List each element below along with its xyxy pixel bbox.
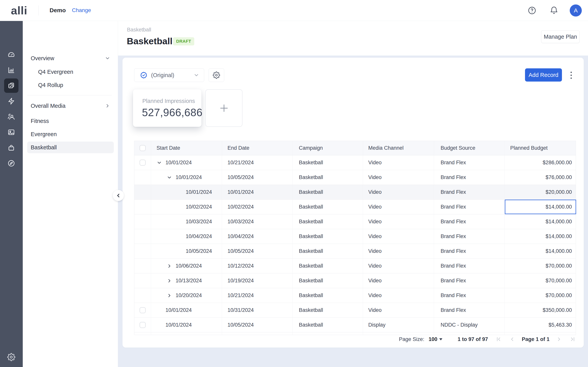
activation-zap-icon[interactable]	[4, 94, 18, 108]
previous-page-icon[interactable]	[509, 336, 515, 342]
last-page-icon[interactable]	[570, 336, 576, 342]
cell-media-channel[interactable]: Video	[363, 288, 434, 303]
cell-planned-budget[interactable]: $70,000.00	[505, 273, 576, 288]
cell-start-date[interactable]: 10/13/2024	[151, 273, 222, 288]
cell-start-date[interactable]: 10/01/2024	[151, 303, 222, 317]
sidebar-item-q4-evergreen[interactable]: Q4 Evergreen	[27, 66, 114, 78]
next-page-icon[interactable]	[556, 336, 562, 342]
column-header-end-date[interactable]: End Date	[222, 141, 293, 155]
cell-budget-source[interactable]: Brand Flex	[434, 273, 505, 288]
cell-media-channel[interactable]: Video	[363, 259, 434, 273]
cell-media-channel[interactable]: Video	[363, 214, 434, 229]
cell-budget-source[interactable]: Brand Flex	[434, 288, 505, 303]
cell-budget-source[interactable]: Brand Flex	[434, 185, 505, 200]
cell-campaign[interactable]: Basketball	[293, 155, 363, 170]
change-workspace-link[interactable]: Change	[72, 7, 91, 13]
collapse-group-icon[interactable]	[167, 175, 176, 180]
cell-planned-budget[interactable]: $14,000.00	[505, 200, 576, 214]
cell-budget-source[interactable]: Brand Flex	[434, 229, 505, 244]
cell-end-date[interactable]: 10/05/2024	[222, 244, 293, 259]
cell-media-channel[interactable]: Video	[363, 229, 434, 244]
cell-campaign[interactable]: Basketball	[293, 259, 363, 273]
cell-campaign[interactable]: Basketball	[293, 288, 363, 303]
cell-planned-budget[interactable]: $20,000.00	[505, 185, 576, 200]
page-size-dropdown[interactable]: 100	[429, 336, 442, 342]
cell-budget-source[interactable]: Brand Flex	[434, 170, 505, 185]
cell-media-channel[interactable]: Video	[363, 273, 434, 288]
cell-end-date[interactable]: 10/31/2024	[222, 303, 293, 317]
sidebar-item-overview[interactable]: Overview	[27, 52, 114, 64]
sidebar-item-basketball[interactable]: Basketball	[27, 142, 114, 153]
cell-start-date[interactable]: 10/01/2024	[151, 185, 222, 200]
cell-budget-source[interactable]: Brand Flex	[434, 200, 505, 214]
cell-end-date[interactable]: 10/05/2024	[222, 170, 293, 185]
cell-planned-budget[interactable]: $76,000.00	[505, 170, 576, 185]
cell-campaign[interactable]: Basketball	[293, 229, 363, 244]
column-header-campaign[interactable]: Campaign	[293, 141, 363, 155]
cell-budget-source[interactable]: Brand Flex	[434, 155, 505, 170]
first-page-icon[interactable]	[496, 336, 502, 342]
sidebar-item-fitness[interactable]: Fitness	[27, 115, 114, 127]
cell-planned-budget[interactable]: $5,463.30	[505, 318, 576, 332]
expand-group-icon[interactable]	[167, 263, 176, 269]
sidebar-item-overall-media[interactable]: Overall Media	[27, 100, 114, 112]
marketplace-bag-icon[interactable]	[4, 141, 18, 155]
cell-start-date[interactable]: 10/02/2024	[151, 200, 222, 214]
cell-budget-source[interactable]: Brand Flex	[434, 303, 505, 317]
cell-media-channel[interactable]: Video	[363, 155, 434, 170]
cell-planned-budget[interactable]: $14,000.00	[505, 229, 576, 244]
cell-campaign[interactable]: Basketball	[293, 244, 363, 259]
cell-campaign[interactable]: Basketball	[293, 170, 363, 185]
select-all-checkbox[interactable]	[140, 145, 146, 151]
cell-start-date[interactable]: 10/03/2024	[151, 214, 222, 229]
cell-campaign[interactable]: Basketball	[293, 273, 363, 288]
cell-campaign[interactable]: Basketball	[293, 318, 363, 332]
cell-start-date[interactable]: 10/05/2024	[151, 244, 222, 259]
collapse-sidebar-button[interactable]	[113, 190, 124, 201]
cell-media-channel[interactable]: Video	[363, 170, 434, 185]
add-metric-card[interactable]	[205, 89, 242, 127]
cell-planned-budget[interactable]: $286,000.00	[505, 155, 576, 170]
cell-campaign[interactable]: Basketball	[293, 214, 363, 229]
collapse-group-icon[interactable]	[156, 160, 165, 166]
explore-compass-icon[interactable]	[4, 156, 18, 170]
user-avatar[interactable]: A	[570, 4, 582, 17]
cell-budget-source[interactable]: Brand Flex	[434, 259, 505, 273]
cell-planned-budget[interactable]: $70,000.00	[505, 288, 576, 303]
cell-end-date[interactable]: 10/05/2024	[222, 318, 293, 332]
cell-campaign[interactable]: Basketball	[293, 303, 363, 317]
sidebar-item-evergreen[interactable]: Evergreen	[27, 128, 114, 140]
cell-end-date[interactable]: 10/19/2024	[222, 273, 293, 288]
cell-end-date[interactable]: 10/02/2024	[222, 200, 293, 214]
cell-budget-source[interactable]: Brand Flex	[434, 214, 505, 229]
sidebar-item-q4-rollup[interactable]: Q4 Rollup	[27, 79, 114, 91]
column-header-planned-budget[interactable]: Planned Budget	[505, 141, 576, 155]
add-record-button[interactable]: Add Record	[525, 68, 562, 82]
cell-planned-budget[interactable]: $14,000.00	[505, 214, 576, 229]
cell-end-date[interactable]: 10/03/2024	[222, 214, 293, 229]
column-header-media-channel[interactable]: Media Channel	[363, 141, 434, 155]
row-checkbox[interactable]	[140, 160, 146, 166]
cell-campaign[interactable]: Basketball	[293, 185, 363, 200]
version-selector[interactable]: (Original)	[134, 68, 204, 82]
cell-planned-budget[interactable]: $350,000.00	[505, 303, 576, 317]
planned-impressions-card[interactable]: Planned Impressions 527,966,686	[133, 89, 201, 127]
column-header-start-date[interactable]: Start Date	[151, 141, 222, 155]
cell-end-date[interactable]: 10/12/2024	[222, 259, 293, 273]
cell-planned-budget[interactable]: $14,000.00	[505, 244, 576, 259]
grid-settings-gear-button[interactable]	[209, 68, 224, 82]
cell-end-date[interactable]: 10/01/2024	[222, 185, 293, 200]
cell-start-date[interactable]: 10/06/2024	[151, 259, 222, 273]
cell-campaign[interactable]: Basketball	[293, 200, 363, 214]
cell-media-channel[interactable]: Video	[363, 200, 434, 214]
cell-start-date[interactable]: 10/04/2024	[151, 229, 222, 244]
expand-group-icon[interactable]	[167, 278, 176, 284]
cell-start-date[interactable]: 10/01/2024	[151, 318, 222, 332]
dashboard-gauge-icon[interactable]	[4, 47, 18, 62]
audiences-users-icon[interactable]	[4, 109, 18, 124]
cell-media-channel[interactable]: Video	[363, 185, 434, 200]
help-icon[interactable]	[527, 6, 536, 15]
cell-start-date[interactable]: 10/01/2024	[151, 155, 222, 170]
cell-start-date[interactable]: 10/01/2024	[151, 170, 222, 185]
cell-media-channel[interactable]: Video	[363, 244, 434, 259]
